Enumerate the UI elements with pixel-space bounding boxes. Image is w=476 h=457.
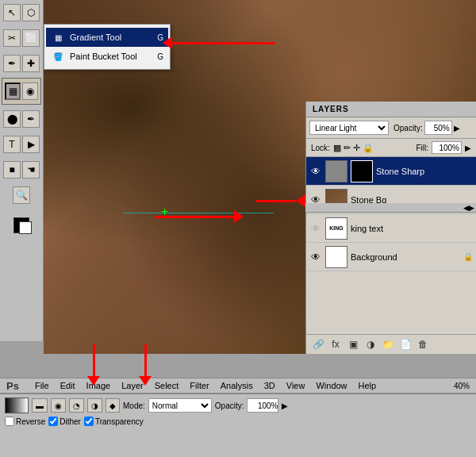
add-mask-btn[interactable]: ▣ (346, 338, 360, 351)
layer-eye-king-text[interactable]: 👁 (309, 222, 322, 235)
lock-all-icon[interactable]: 🔒 (363, 143, 374, 153)
dodge-tool-btn[interactable]: ⬤ (3, 110, 21, 128)
background-color[interactable] (19, 221, 32, 234)
toolbox: ↖ ⬡ ✂ ⬜ ✒ ✚ ▦ ◉ ⬤ ✒ T ▶ ■ ☚ 🔍 (0, 0, 44, 341)
layer-row-stone-sharp[interactable]: 👁 Stone Sharp (306, 157, 476, 186)
zoom-level: 40% (454, 382, 470, 390)
menu-analysis[interactable]: Analysis (221, 381, 253, 390)
menu-edit[interactable]: Edit (60, 381, 75, 390)
layers-title: LAYERS (313, 105, 349, 113)
gradient-diamond-btn[interactable]: ◆ (106, 398, 120, 413)
path-select-btn[interactable]: ▶ (22, 136, 40, 153)
shape-tool-btn[interactable]: ■ (3, 161, 21, 179)
layer-name-stone-sharp: Stone Sharp (376, 167, 473, 176)
layers-bottom-toolbar: 🔗 fx ▣ ◑ 📁 📄 🗑 (306, 334, 476, 354)
fill-input[interactable] (432, 141, 462, 154)
tutorial-arrow-bottom-right (139, 344, 152, 386)
layer-name-background: Background (351, 252, 460, 262)
crop-tool-btn[interactable]: ⬜ (22, 29, 40, 47)
menu-file[interactable]: File (35, 381, 49, 390)
menu-window[interactable]: Window (316, 381, 347, 390)
eyedropper-btn[interactable]: ✒ (3, 55, 21, 72)
opacity-label: Opacity: (393, 124, 423, 132)
move-tool-btn[interactable]: ↖ (3, 4, 21, 21)
tutorial-arrow-tool (163, 36, 275, 49)
ps-logo: Ps (6, 380, 19, 392)
layers-arrow-line (256, 200, 296, 202)
opacity-input[interactable] (424, 121, 452, 135)
gradient-tool-active-btn[interactable]: ▦ (5, 83, 21, 100)
layer-eye-stone-sharp[interactable]: 👁 (309, 165, 322, 178)
opacity-dropdown-arrow[interactable]: ▶ (282, 401, 288, 410)
layer-thumb-background (325, 246, 347, 268)
gradient-reflect-btn[interactable]: ◑ (87, 398, 102, 413)
delete-layer-btn[interactable]: 🗑 (416, 338, 430, 351)
layer-mask-stone-sharp (351, 160, 373, 182)
options-bar: ▬ ◉ ◔ ◑ ◆ Mode: Normal Opacity: ▶ Revers… (0, 394, 476, 457)
dither-checkbox[interactable] (48, 417, 58, 426)
options-opacity-label: Opacity: (215, 401, 244, 410)
paint-bucket-tool-item[interactable]: 🪣 Paint Bucket Tool G (46, 47, 168, 66)
dither-check-label[interactable]: Dither (48, 417, 81, 426)
fill-arrow[interactable]: ▶ (465, 144, 471, 152)
gradient-tool-icon: ▦ (51, 30, 65, 44)
gradient-linear-btn[interactable]: ▬ (32, 398, 48, 413)
type-tool-btn[interactable]: T (3, 136, 21, 153)
foreground-color[interactable] (13, 217, 29, 233)
layers-blend-row: Linear Light Opacity: ▶ (306, 117, 476, 139)
hand-tool-btn[interactable]: ☚ (22, 161, 40, 179)
new-group-btn[interactable]: 📁 (381, 338, 395, 351)
fill-label: Fill: (416, 144, 428, 152)
lock-position-icon[interactable]: ✛ (353, 143, 360, 153)
mode-select[interactable]: Normal (148, 398, 212, 413)
heal-btn[interactable]: ✚ (22, 55, 40, 72)
add-style-btn[interactable]: fx (328, 338, 343, 351)
layers-arrow-head (296, 194, 305, 207)
gradient-tool-item[interactable]: ▦ Gradient Tool G (46, 28, 168, 47)
options-opacity-input[interactable] (247, 398, 278, 413)
menu-filter[interactable]: Filter (190, 381, 209, 390)
layer-name-king-text: king text (351, 224, 473, 233)
zoom-tool-btn[interactable]: 🔍 (13, 186, 30, 204)
lock-image-icon[interactable]: ✏ (344, 143, 351, 153)
blend-mode-select[interactable]: Linear Light (309, 121, 389, 135)
paint-bucket-icon: 🪣 (51, 49, 65, 63)
arrow-down-head-left (87, 376, 100, 386)
transparency-label: Transparency (95, 417, 144, 426)
arrow-down-head-right (139, 376, 152, 386)
link-layers-btn[interactable]: 🔗 (311, 338, 325, 351)
scroll-arrows[interactable]: ◀▶ (463, 204, 474, 212)
layers-list: 👁 Stone Sharp 👁 Stone Bg 👁 KING king tex… (306, 157, 476, 334)
menu-bar: Ps File Edit Image Layer Select Filter A… (0, 378, 476, 394)
transparency-checkbox[interactable] (84, 417, 94, 426)
menu-3d[interactable]: 3D (264, 381, 275, 390)
menu-help[interactable]: Help (359, 381, 377, 390)
lock-transparent-icon[interactable]: ▩ (333, 143, 341, 153)
layers-tutorial-arrow (256, 194, 305, 207)
lasso-tool-btn[interactable]: ⬡ (22, 4, 40, 21)
menu-view[interactable]: View (286, 381, 305, 390)
layers-panel: ◀▶ LAYERS Linear Light Opacity: ▶ Lock: … (305, 102, 476, 354)
new-adjustment-btn[interactable]: ◑ (363, 338, 378, 351)
new-layer-btn[interactable]: 📄 (398, 338, 413, 351)
layer-row-background[interactable]: 👁 Background 🔒 (306, 243, 476, 271)
menu-select[interactable]: Select (155, 381, 179, 390)
blur-tool-btn[interactable]: ◉ (22, 83, 38, 100)
pen-tool-btn[interactable]: ✒ (22, 110, 40, 128)
magic-wand-btn[interactable]: ✂ (3, 29, 21, 47)
gradient-angle-btn[interactable]: ◔ (69, 398, 84, 413)
options-row-2: Reverse Dither Transparency (5, 417, 471, 426)
reverse-check-label[interactable]: Reverse (5, 417, 45, 426)
tutorial-arrow-bottom-left (87, 344, 100, 386)
layer-eye-background[interactable]: 👁 (309, 251, 322, 263)
gradient-swatch[interactable] (5, 397, 29, 413)
reverse-checkbox[interactable] (5, 417, 14, 426)
arrow-vert-line-right (144, 344, 147, 376)
gradient-tool-label: Gradient Tool (70, 33, 121, 42)
reverse-label: Reverse (16, 417, 45, 426)
transparency-check-label[interactable]: Transparency (84, 417, 144, 426)
gradient-radial-btn[interactable]: ◉ (51, 398, 66, 413)
layer-row-king-text[interactable]: 👁 KING king text (306, 214, 476, 243)
lock-label: Lock: (311, 144, 330, 152)
opacity-arrow[interactable]: ▶ (454, 124, 460, 132)
